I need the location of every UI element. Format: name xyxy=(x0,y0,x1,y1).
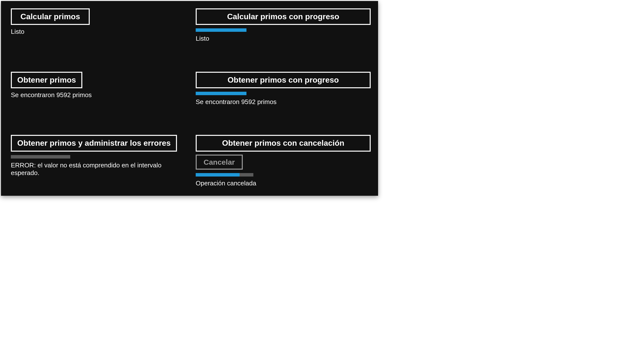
cell-calc-progress: Calcular primos con progreso Listo xyxy=(196,8,371,62)
cell-get-cancel: Obtener primos con cancelación Cancelar … xyxy=(196,135,371,188)
progress-track xyxy=(11,155,70,158)
get-primes-progress-status: Se encontraron 9592 primos xyxy=(196,98,276,106)
get-primes-cancel-status: Operación cancelada xyxy=(196,180,256,187)
calc-primes-status: Listo xyxy=(11,28,24,36)
get-primes-cancel-button[interactable]: Obtener primos con cancelación xyxy=(196,135,371,151)
calc-primes-progress-status: Listo xyxy=(196,35,209,42)
progress-fill xyxy=(196,173,240,176)
cell-get-progress: Obtener primos con progreso Se encontrar… xyxy=(196,72,371,125)
get-primes-cancel-progress-bar xyxy=(196,173,371,176)
calc-primes-button[interactable]: Calcular primos xyxy=(11,8,90,25)
calc-primes-progress-bar xyxy=(196,28,371,32)
get-primes-errors-status: ERROR: el valor no está comprendido en e… xyxy=(11,162,186,177)
get-primes-errors-progress-bar xyxy=(11,155,186,158)
get-primes-progress-bar xyxy=(196,92,371,95)
app-window: Calcular primos Listo Calcular primos co… xyxy=(1,1,378,196)
cell-calc: Calcular primos Listo xyxy=(11,8,186,62)
calc-primes-progress-button[interactable]: Calcular primos con progreso xyxy=(196,8,371,25)
progress-fill xyxy=(196,92,246,95)
progress-fill xyxy=(196,28,246,32)
cancel-button[interactable]: Cancelar xyxy=(196,154,243,170)
get-primes-button[interactable]: Obtener primos xyxy=(11,72,82,88)
cell-get: Obtener primos Se encontraron 9592 primo… xyxy=(11,72,186,125)
cell-get-errors: Obtener primos y administrar los errores… xyxy=(11,135,186,188)
get-primes-status: Se encontraron 9592 primos xyxy=(11,91,92,99)
get-primes-errors-button[interactable]: Obtener primos y administrar los errores xyxy=(11,135,177,151)
get-primes-progress-button[interactable]: Obtener primos con progreso xyxy=(196,72,371,88)
